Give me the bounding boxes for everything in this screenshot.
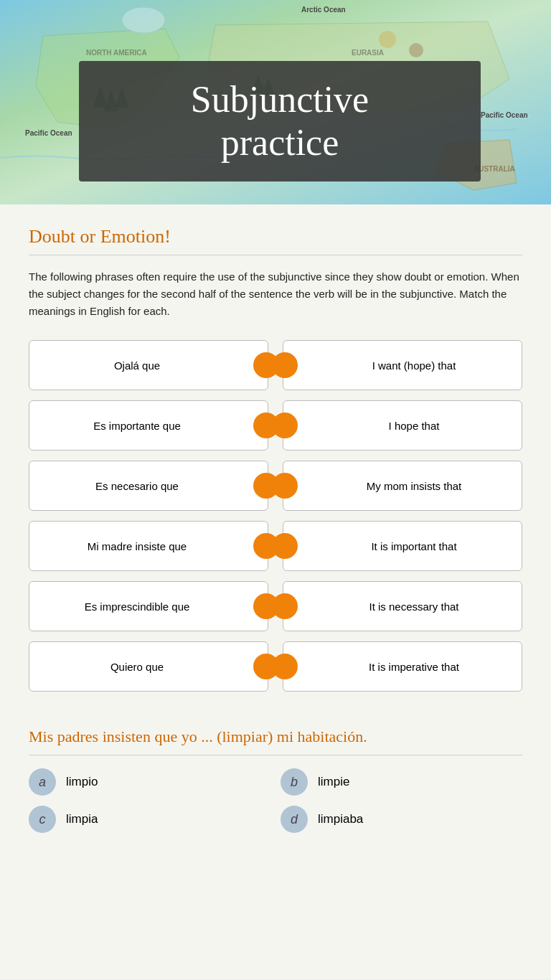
left-item-6[interactable]: Quiero que bbox=[29, 641, 268, 692]
svg-point-9 bbox=[379, 31, 396, 48]
option-c-text: limpia bbox=[66, 812, 98, 826]
option-c[interactable]: c limpia bbox=[29, 806, 270, 833]
section1-divider bbox=[29, 255, 522, 255]
dot-right-1[interactable] bbox=[272, 352, 298, 378]
left-item-3[interactable]: Es necesario que bbox=[29, 461, 268, 511]
dot-right-5[interactable] bbox=[272, 593, 298, 619]
option-b-text: limpie bbox=[318, 775, 349, 789]
dot-right-4[interactable] bbox=[272, 533, 298, 559]
left-item-4[interactable]: Mi madre insiste que bbox=[29, 521, 268, 571]
right-item-6[interactable]: It is imperative that bbox=[283, 641, 522, 692]
svg-point-3 bbox=[122, 7, 165, 33]
header-banner: Arctic Ocean NORTH AMERICA Pacific Ocean… bbox=[0, 0, 551, 204]
section1-instructions: The following phrases often require the … bbox=[29, 268, 522, 320]
left-item-2[interactable]: Es importante que bbox=[29, 400, 268, 451]
svg-point-10 bbox=[409, 43, 423, 57]
section1-title: Doubt or Emotion! bbox=[29, 226, 522, 248]
badge-d: d bbox=[281, 806, 308, 833]
badge-b: b bbox=[281, 768, 308, 796]
right-column: I want (hope) that I hope that My mom in… bbox=[283, 340, 522, 692]
content-area: Doubt or Emotion! The following phrases … bbox=[0, 204, 551, 979]
matching-exercise: Ojalá que Es importante que Es necesario… bbox=[29, 340, 522, 692]
left-column: Ojalá que Es importante que Es necesario… bbox=[29, 340, 268, 692]
multiple-choice-options: a limpio b limpie c limpia d limpiaba bbox=[29, 768, 522, 833]
right-item-4[interactable]: It is important that bbox=[283, 521, 522, 571]
option-a[interactable]: a limpio bbox=[29, 768, 270, 796]
badge-a: a bbox=[29, 768, 56, 796]
dot-right-2[interactable] bbox=[272, 413, 298, 438]
option-d-text: limpiaba bbox=[318, 812, 363, 826]
option-d[interactable]: d limpiaba bbox=[281, 806, 522, 833]
left-item-5[interactable]: Es imprescindible que bbox=[29, 581, 268, 631]
badge-c: c bbox=[29, 806, 56, 833]
page-title: Subjunctive practice bbox=[100, 78, 459, 164]
right-item-2[interactable]: I hope that bbox=[283, 400, 522, 451]
left-item-1[interactable]: Ojalá que bbox=[29, 340, 268, 390]
dot-right-3[interactable] bbox=[272, 473, 298, 499]
right-item-1[interactable]: I want (hope) that bbox=[283, 340, 522, 390]
option-a-text: limpio bbox=[66, 775, 98, 789]
title-box: Subjunctive practice bbox=[79, 61, 481, 182]
option-b[interactable]: b limpie bbox=[281, 768, 522, 796]
fill-sentence: Mis padres insisten que yo ... (limpiar)… bbox=[29, 727, 522, 746]
section2-divider bbox=[29, 755, 522, 755]
right-item-3[interactable]: My mom insists that bbox=[283, 461, 522, 511]
section-doubt-emotion: Doubt or Emotion! The following phrases … bbox=[29, 226, 522, 692]
dot-right-6[interactable] bbox=[272, 654, 298, 679]
right-item-5[interactable]: It is necessary that bbox=[283, 581, 522, 631]
section-fill-blank: Mis padres insisten que yo ... (limpiar)… bbox=[29, 727, 522, 833]
